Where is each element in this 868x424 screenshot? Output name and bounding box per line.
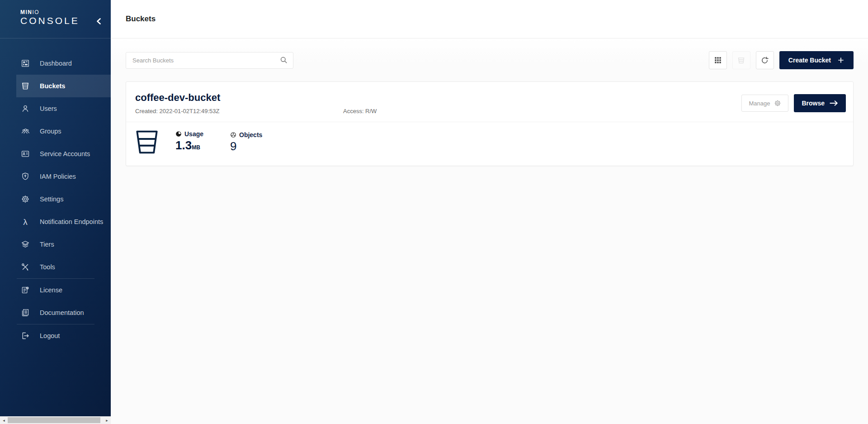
gear-icon — [774, 100, 781, 107]
brand-logo: MINIO CONSOLE — [0, 0, 111, 38]
bucket-icon — [135, 129, 159, 155]
sidebar-item-label: Documentation — [40, 309, 84, 316]
create-bucket-button[interactable]: Create Bucket — [779, 51, 854, 69]
refresh-button[interactable] — [756, 51, 774, 69]
main-area: Buckets — [111, 0, 868, 424]
browse-label: Browse — [802, 100, 825, 107]
settings-icon — [20, 194, 30, 204]
sidebar-item-iam-policies[interactable]: IAM Policies — [0, 165, 111, 188]
brand-io: IO — [33, 9, 40, 15]
scrollbar-track[interactable] — [8, 416, 103, 424]
dashboard-icon — [20, 58, 30, 68]
bucket-name[interactable]: coffee-dev-bucket — [135, 92, 220, 104]
tools-icon — [20, 262, 30, 272]
objects-metric: Objects 9 — [230, 131, 269, 153]
groups-icon — [20, 126, 30, 136]
sidebar-item-label: Dashboard — [40, 60, 72, 67]
list-view-button[interactable] — [732, 51, 750, 69]
brand-minio: MINIO — [20, 9, 111, 15]
sidebar-column: MINIO CONSOLE Dashboard — [0, 0, 111, 424]
sidebar-item-label: License — [40, 286, 62, 294]
chevron-left-icon — [96, 18, 101, 24]
sidebar-item-buckets[interactable]: Buckets — [16, 75, 111, 97]
sidebar-item-label: Logout — [40, 332, 60, 339]
usage-label-row: Usage — [175, 130, 214, 138]
sidebar-item-settings[interactable]: Settings — [0, 188, 111, 210]
license-icon — [20, 285, 30, 295]
sidebar-item-label: Buckets — [40, 82, 65, 90]
page-header: Buckets — [111, 0, 868, 38]
buckets-icon — [20, 81, 30, 91]
usage-pie-icon — [175, 131, 182, 137]
grid-view-button[interactable] — [709, 51, 727, 69]
bucket-card: coffee-dev-bucket Created: 2022-01-02T12… — [126, 81, 854, 166]
sidebar-item-license[interactable]: License — [0, 279, 111, 301]
usage-unit: MB — [192, 144, 200, 151]
users-icon — [20, 104, 30, 114]
usage-value: 1.3 — [175, 138, 192, 152]
bucket-created: Created: 2022-01-02T12:49:53Z — [135, 108, 343, 114]
objects-icon — [230, 132, 236, 138]
create-bucket-label: Create Bucket — [788, 57, 831, 64]
grid-view-icon — [714, 56, 722, 64]
sidebar-item-label: Notification Endpoints — [40, 218, 103, 225]
objects-label-row: Objects — [230, 131, 269, 138]
tiers-icon — [20, 239, 30, 249]
documentation-icon — [20, 308, 30, 318]
minio-console-app: MINIO CONSOLE Dashboard — [0, 0, 868, 424]
usage-metric: Usage 1.3MB — [175, 130, 214, 154]
sidebar-item-logout[interactable]: Logout — [0, 324, 111, 347]
brand-min: MIN — [20, 9, 33, 15]
search-wrap — [126, 52, 293, 69]
search-icon — [279, 56, 288, 64]
page-title: Buckets — [126, 14, 156, 24]
iam-policies-icon — [20, 172, 30, 181]
manage-button[interactable]: Manage — [741, 95, 788, 112]
objects-value: 9 — [230, 139, 236, 153]
service-accounts-icon — [20, 149, 30, 159]
arrow-right-icon — [830, 100, 838, 106]
sidebar-collapse-button[interactable] — [94, 16, 104, 26]
scrollbar-thumb[interactable] — [8, 417, 100, 423]
objects-label: Objects — [239, 131, 262, 138]
sidebar-menu: Dashboard Buckets Users — [0, 38, 111, 347]
scrollbar-right-arrow-icon[interactable]: ▸ — [103, 416, 111, 424]
logout-icon — [20, 331, 30, 341]
bucket-actions: Manage Browse — [741, 94, 846, 112]
sidebar-item-groups[interactable]: Groups — [0, 120, 111, 143]
bucket-card-header: coffee-dev-bucket Created: 2022-01-02T12… — [126, 82, 853, 122]
objects-value-row: 9 — [230, 139, 269, 153]
sidebar-item-label: Settings — [40, 195, 63, 203]
usage-label: Usage — [184, 130, 203, 138]
sidebar-item-label: Service Accounts — [40, 150, 90, 157]
sidebar-item-service-accounts[interactable]: Service Accounts — [0, 143, 111, 165]
refresh-icon — [760, 56, 769, 65]
sidebar-item-label: Tools — [40, 263, 55, 271]
browse-button[interactable]: Browse — [794, 94, 846, 112]
sidebar-item-users[interactable]: Users — [0, 97, 111, 120]
sidebar-item-dashboard[interactable]: Dashboard — [0, 52, 111, 75]
toolbar-actions: Create Bucket — [709, 51, 854, 69]
bucket-list-view-icon — [737, 56, 745, 65]
sidebar-item-tiers[interactable]: Tiers — [0, 233, 111, 256]
sidebar-item-tools[interactable]: Tools — [0, 256, 111, 278]
sidebar-item-label: Groups — [40, 128, 61, 135]
bucket-access: Access: R/W — [343, 108, 377, 114]
sidebar-item-documentation[interactable]: Documentation — [0, 301, 111, 324]
buckets-toolbar: Create Bucket — [126, 51, 854, 69]
manage-label: Manage — [749, 100, 770, 107]
sidebar-item-notification-endpoints[interactable]: λ Notification Endpoints — [0, 210, 111, 233]
plus-icon — [837, 57, 844, 64]
lambda-icon: λ — [20, 217, 30, 227]
sidebar: MINIO CONSOLE Dashboard — [0, 0, 111, 416]
search-buckets-input[interactable] — [126, 52, 293, 69]
usage-value-row: 1.3MB — [175, 138, 214, 154]
horizontal-scrollbar: ◂ ▸ — [0, 416, 111, 424]
scrollbar-left-arrow-icon[interactable]: ◂ — [0, 416, 8, 424]
bucket-meta: Created: 2022-01-02T12:49:53Z Access: R/… — [135, 108, 846, 114]
bucket-stats: Usage 1.3MB Objects 9 — [126, 122, 853, 166]
content-area: Create Bucket coffee-dev-bucket Created:… — [111, 38, 868, 424]
sidebar-item-label: IAM Policies — [40, 173, 76, 180]
sidebar-item-label: Tiers — [40, 241, 54, 248]
sidebar-item-label: Users — [40, 105, 57, 112]
